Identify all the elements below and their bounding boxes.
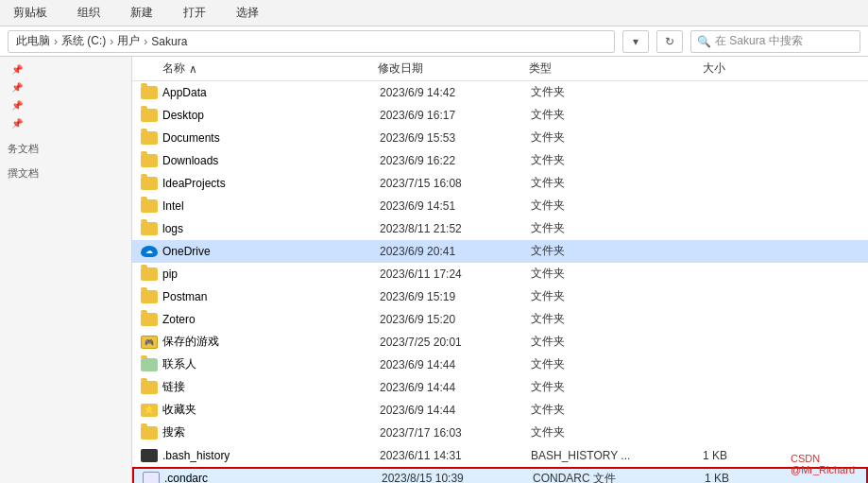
file-type-cell: 文件夹 — [531, 334, 663, 350]
table-row[interactable]: 联系人 2023/6/9 14:44 文件夹 — [132, 354, 868, 376]
file-date-cell: 2023/6/9 14:44 — [380, 358, 531, 371]
search-icon: 🔍 — [697, 35, 711, 48]
pin-icon-2: 📌 — [11, 82, 23, 93]
file-name-cell: Desktop — [162, 109, 380, 122]
table-row[interactable]: Postman 2023/6/9 15:19 文件夹 — [132, 285, 868, 308]
sidebar-pin-3: 📌 — [0, 96, 131, 114]
table-row[interactable]: Intel 2023/6/9 14:51 文件夹 — [132, 195, 868, 217]
fav-folder-icon: ⭐ — [141, 404, 158, 417]
file-date-cell: 2023/6/9 15:19 — [380, 290, 531, 303]
table-row[interactable]: Documents 2023/6/9 15:53 文件夹 — [132, 127, 868, 149]
file-type-cell: 文件夹 — [531, 402, 663, 418]
table-row[interactable]: Downloads 2023/6/9 16:22 文件夹 — [132, 149, 868, 172]
col-size-header[interactable]: 大小 — [661, 60, 737, 77]
table-row[interactable]: ☁ OneDrive 2023/6/9 20:41 文件夹 — [132, 240, 868, 263]
table-row[interactable]: Zotero 2023/6/9 15:20 文件夹 — [132, 308, 868, 331]
file-type-cell: 文件夹 — [531, 311, 663, 327]
folder-icon — [141, 267, 158, 281]
file-size-cell: 1 KB — [663, 449, 739, 462]
refresh-button[interactable]: ↻ — [656, 30, 683, 53]
sidebar-pin-1: 📌 — [0, 60, 131, 78]
col-date-header[interactable]: 修改日期 — [378, 60, 529, 77]
sidebar-label-1: 务文档 — [8, 142, 124, 156]
file-date-cell: 2023/6/11 14:31 — [380, 449, 531, 462]
file-name-cell: pip — [162, 267, 380, 281]
search-box[interactable]: 🔍 在 Sakura 中搜索 — [690, 30, 860, 53]
ribbon-open[interactable]: 打开 — [178, 3, 212, 23]
file-type-cell: 文件夹 — [531, 152, 663, 168]
game-folder-icon: 🎮 — [141, 336, 158, 349]
file-type-cell: 文件夹 — [531, 266, 663, 282]
file-date-cell: 2023/6/9 20:41 — [380, 245, 531, 258]
table-row[interactable]: 🎮 保存的游戏 2023/7/25 20:01 文件夹 — [132, 331, 868, 354]
file-name-cell: Documents — [162, 131, 380, 145]
table-row[interactable]: 搜索 2023/7/17 16:03 文件夹 — [132, 422, 868, 444]
table-row[interactable]: .bash_history 2023/6/11 14:31 BASH_HISTO… — [132, 444, 868, 467]
file-date-cell: 2023/6/9 14:51 — [380, 199, 531, 213]
file-date-cell: 2023/6/9 16:22 — [380, 154, 531, 167]
ribbon-clipboard[interactable]: 剪贴板 — [8, 3, 53, 23]
table-row[interactable]: pip 2023/6/11 17:24 文件夹 — [132, 263, 868, 285]
file-icon-cell — [140, 448, 159, 463]
table-row[interactable]: Desktop 2023/6/9 16:17 文件夹 — [132, 104, 868, 127]
folder-icon — [141, 177, 158, 190]
file-name-cell: IdeaProjects — [162, 177, 380, 190]
file-type-cell: 文件夹 — [531, 84, 663, 100]
file-date-cell: 2023/6/9 15:53 — [380, 131, 531, 145]
file-name-cell: .bash_history — [162, 449, 380, 462]
file-date-cell: 2023/8/11 21:52 — [380, 222, 531, 235]
col-name-header[interactable]: 名称 ∧ — [132, 60, 378, 77]
file-icon-cell — [142, 471, 161, 483]
file-name-cell: OneDrive — [162, 245, 380, 258]
dropdown-arrow[interactable]: ▾ — [622, 30, 649, 53]
table-row[interactable]: AppData 2023/6/9 14:42 文件夹 — [132, 81, 868, 104]
folder-icon — [141, 154, 158, 167]
table-row[interactable]: logs 2023/8/11 21:52 文件夹 — [132, 217, 868, 240]
sidebar: 📌 📌 📌 📌 务文档 撰文档 — [0, 57, 132, 483]
table-row[interactable]: 链接 2023/6/9 14:44 文件夹 — [132, 376, 868, 399]
search-placeholder: 在 Sakura 中搜索 — [715, 33, 803, 49]
file-type-cell: 文件夹 — [531, 356, 663, 372]
file-type-cell: 文件夹 — [531, 243, 663, 259]
breadcrumb-drive: 系统 (C:) — [61, 33, 106, 49]
table-row[interactable]: IdeaProjects 2023/7/15 16:08 文件夹 — [132, 172, 868, 195]
file-icon-cell — [140, 130, 159, 146]
breadcrumb[interactable]: 此电脑 › 系统 (C:) › 用户 › Sakura — [8, 30, 615, 53]
file-date-cell: 2023/6/9 14:44 — [380, 381, 531, 394]
file-type-cell: 文件夹 — [531, 379, 663, 395]
folder-icon — [141, 290, 158, 303]
file-date-cell: 2023/7/17 16:03 — [380, 426, 531, 440]
file-type-cell: 文件夹 — [531, 424, 663, 440]
ribbon-organize[interactable]: 组织 — [72, 3, 106, 23]
file-icon-cell — [140, 267, 159, 282]
file-icon-cell — [140, 289, 159, 304]
folder-icon — [141, 199, 158, 213]
table-row[interactable]: ⭐ 收藏夹 2023/6/9 14:44 文件夹 — [132, 399, 868, 422]
contact-folder-icon — [141, 358, 158, 371]
file-type-cell: BASH_HISTORY ... — [531, 449, 663, 462]
col-type-header[interactable]: 类型 — [529, 60, 661, 77]
file-icon-cell — [140, 198, 159, 214]
file-date-cell: 2023/7/15 16:08 — [380, 177, 531, 190]
pin-icon-1: 📌 — [11, 64, 23, 75]
search-folder-icon — [141, 426, 158, 440]
ribbon-select[interactable]: 选择 — [230, 3, 264, 23]
onedrive-icon: ☁ — [141, 246, 158, 257]
file-type-cell: 文件夹 — [531, 175, 663, 191]
file-name-cell: 搜索 — [162, 424, 380, 440]
file-icon-cell — [140, 153, 159, 168]
bash-file-icon — [141, 449, 158, 462]
file-date-cell: 2023/7/25 20:01 — [380, 336, 531, 349]
file-date-cell: 2023/6/9 14:42 — [380, 86, 531, 99]
file-type-cell: 文件夹 — [531, 129, 663, 146]
ribbon-new[interactable]: 新建 — [125, 3, 159, 23]
file-list-area: 名称 ∧ 修改日期 类型 大小 AppData 2023/6/9 14:42 文… — [132, 57, 868, 483]
file-name-cell: Postman — [162, 290, 380, 303]
file-name-cell: logs — [162, 222, 380, 235]
table-row[interactable]: .condarc 2023/8/15 10:39 CONDARC 文件 1 KB — [132, 467, 868, 483]
file-date-cell: 2023/8/15 10:39 — [382, 472, 533, 483]
file-name-cell: 保存的游戏 — [162, 334, 380, 350]
file-icon-cell: ☁ — [140, 244, 159, 259]
file-date-cell: 2023/6/9 16:17 — [380, 109, 531, 122]
file-name-cell: Zotero — [162, 313, 380, 326]
